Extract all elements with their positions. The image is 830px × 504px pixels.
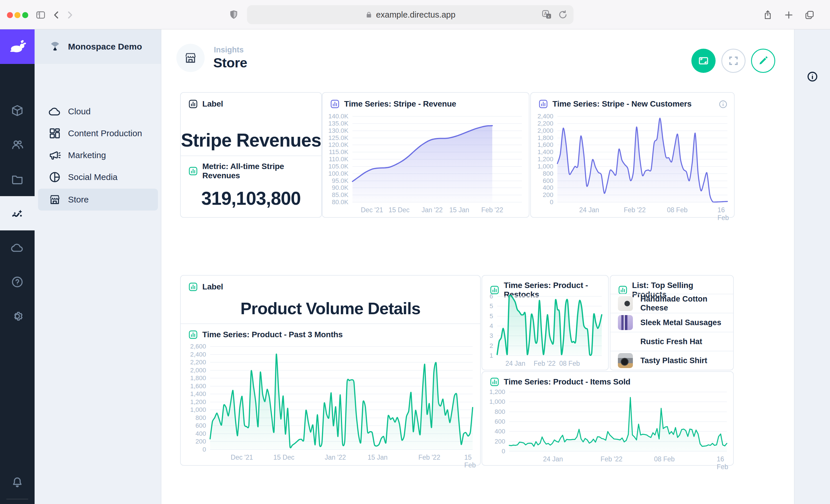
directus-logo[interactable] xyxy=(0,29,35,64)
panel-product-restocks: Time Series: Product - Restocks 65543212… xyxy=(482,275,609,370)
privacy-shield-icon[interactable] xyxy=(228,9,239,20)
window-zoom-button[interactable] xyxy=(22,12,28,18)
megaphone-icon xyxy=(49,149,61,162)
notifications-bell-icon[interactable] xyxy=(0,465,35,499)
time-series-panel-icon xyxy=(538,99,548,109)
reload-icon[interactable] xyxy=(557,9,568,20)
sidebar-item-cloud[interactable]: Cloud xyxy=(38,101,158,123)
stripe-new-customers-chart: 2,4002,2002,0001,8001,6001,4001,2001,000… xyxy=(535,113,730,215)
list-item[interactable]: Rustic Fresh Hat xyxy=(610,332,733,351)
panel-title: Label xyxy=(202,99,223,108)
label-panel-icon xyxy=(188,99,198,109)
chart-line xyxy=(535,113,730,215)
sidebar-item-label: Store xyxy=(68,195,89,204)
product-name: Handmade Cotton Cheese xyxy=(640,295,733,312)
sidebar-item-marketing[interactable]: Marketing xyxy=(38,144,158,166)
panel-info-icon[interactable] xyxy=(719,100,728,109)
panel-top-selling-products: List: Top Selling Products Handmade Cott… xyxy=(610,275,734,370)
product-thumbnail xyxy=(618,315,633,330)
panel-title: Label xyxy=(202,282,223,292)
panel-title: Time Series: Product - Items Sold xyxy=(504,377,630,387)
product-thumbnail xyxy=(618,296,633,311)
label-panel-icon xyxy=(188,282,198,292)
metric-panel-icon xyxy=(188,166,198,176)
product-restocks-chart: 655432124 JanFeb '2208 Feb xyxy=(486,293,605,367)
list-panel-icon xyxy=(618,285,628,295)
module-cloud-icon[interactable] xyxy=(0,230,35,265)
page-title: Store xyxy=(213,55,247,71)
chart-line xyxy=(486,293,605,367)
right-sidebar xyxy=(794,29,830,504)
navigation-panel: Monospace Demo Cloud Content Production … xyxy=(35,29,161,504)
list-item[interactable]: Tasty Plastic Shirt xyxy=(610,351,733,370)
panel-title: Time Series: Stripe - New Customers xyxy=(552,99,692,108)
screen: example.directus.app Ax xyxy=(0,0,830,504)
sidebar-item-label: Social Media xyxy=(68,172,118,182)
sidebar-item-label: Content Production xyxy=(68,129,142,138)
new-tab-icon[interactable] xyxy=(783,9,794,21)
label-text: Stripe Revenues xyxy=(181,130,321,151)
sidebar-item-label: Cloud xyxy=(68,107,91,116)
chart-line xyxy=(487,389,730,463)
tab-overview-icon[interactable] xyxy=(804,9,815,21)
project-switcher[interactable]: Monospace Demo xyxy=(35,29,161,64)
label-text: Product Volume Details xyxy=(181,299,480,318)
sidebar-item-social-media[interactable]: Social Media xyxy=(38,166,158,188)
panel-product-items-sold: Time Series: Product - Items Sold 1,2001… xyxy=(482,371,734,466)
module-settings-icon[interactable] xyxy=(0,299,35,333)
pie-chart-icon xyxy=(49,171,61,183)
page-storefront-icon xyxy=(177,44,204,72)
chart-line xyxy=(326,113,525,215)
panel-title: Time Series: Product - Past 3 Months xyxy=(202,330,343,339)
cloud-icon xyxy=(49,105,61,118)
panel-stripe-revenue: Time Series: Stripe - Revenue 140.0K135.… xyxy=(322,92,530,218)
storefront-icon xyxy=(49,193,61,206)
sidebar-item-store[interactable]: Store xyxy=(38,189,158,210)
panel-title: Metric: All-time Stripe Revenues xyxy=(202,162,314,180)
sidebar-toggle-icon[interactable] xyxy=(35,9,46,21)
list-item[interactable]: Handmade Cotton Cheese xyxy=(610,294,733,313)
module-files-icon[interactable] xyxy=(0,162,35,196)
panel-product-volume: Label Product Volume Details Time Series… xyxy=(180,275,481,466)
metric-value: 319,103,800 xyxy=(181,188,321,209)
window-close-button[interactable] xyxy=(7,12,13,18)
product-thumbnail xyxy=(618,334,633,349)
time-series-panel-icon xyxy=(490,377,500,387)
product-name: Rustic Fresh Hat xyxy=(640,337,702,346)
sidebar-item-label: Marketing xyxy=(68,150,106,160)
sidebar-item-content-production[interactable]: Content Production xyxy=(38,123,158,144)
module-bar xyxy=(0,29,35,504)
module-content-icon[interactable] xyxy=(0,93,35,128)
product-past-3-months-chart: 2,6002,4002,2002,0001,8001,6001,4001,200… xyxy=(186,344,476,462)
edit-dashboard-button[interactable] xyxy=(751,49,775,73)
panel-stripe-label-metric: Label Stripe Revenues Metric: All-time S… xyxy=(180,92,322,218)
panel-header: Metric: All-time Stripe Revenues xyxy=(181,156,321,180)
chart-line xyxy=(186,344,476,462)
list-item[interactable]: Sleek Metal Sausages xyxy=(610,313,733,332)
module-help-icon[interactable] xyxy=(0,265,35,299)
translate-icon[interactable]: Ax xyxy=(541,9,552,20)
panel-stripe-new-customers: Time Series: Stripe - New Customers 2,40… xyxy=(530,92,735,218)
window-minimize-button[interactable] xyxy=(14,12,21,18)
svg-text:x: x xyxy=(548,14,550,19)
breadcrumb[interactable]: Insights xyxy=(214,45,244,55)
product-name: Tasty Plastic Shirt xyxy=(640,356,707,365)
gauge-icon xyxy=(49,40,62,53)
browser-toolbar: example.directus.app Ax xyxy=(0,0,830,29)
address-bar[interactable]: example.directus.app Ax xyxy=(247,5,574,24)
module-users-icon[interactable] xyxy=(0,128,35,162)
back-button[interactable] xyxy=(51,9,62,21)
product-thumbnail xyxy=(618,353,633,368)
module-insights-icon[interactable] xyxy=(0,196,35,230)
info-sidebar-icon[interactable] xyxy=(806,71,819,83)
dashboard-icon xyxy=(49,127,61,140)
share-icon[interactable] xyxy=(762,9,773,21)
stripe-revenue-chart: 140.0K135.0K130.0K125.0K120.0K115.0K110.… xyxy=(326,113,525,215)
lock-icon xyxy=(365,11,373,19)
user-avatar-icon[interactable] xyxy=(0,499,35,504)
panel-header: Label xyxy=(181,93,321,109)
project-name: Monospace Demo xyxy=(68,42,142,52)
zen-mode-button[interactable] xyxy=(691,49,715,73)
fullscreen-button[interactable] xyxy=(721,49,745,73)
forward-button[interactable] xyxy=(64,9,75,21)
